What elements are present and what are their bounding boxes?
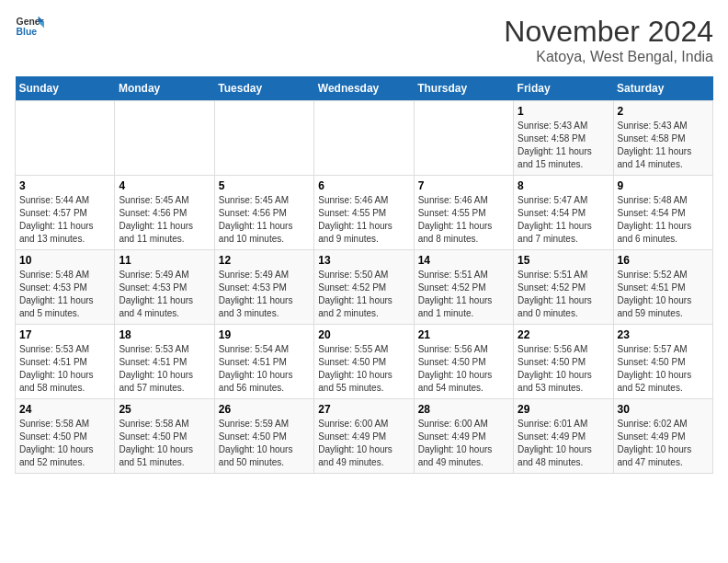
day-info: Sunrise: 5:58 AMSunset: 4:50 PMDaylight:… — [19, 418, 110, 469]
day-number: 29 — [518, 403, 609, 416]
day-info: Sunrise: 5:46 AMSunset: 4:55 PMDaylight:… — [318, 194, 409, 246]
day-number: 18 — [119, 328, 210, 341]
day-number: 6 — [318, 179, 409, 192]
calendar-cell — [414, 101, 513, 176]
calendar-cell — [214, 101, 313, 176]
calendar-cell — [314, 101, 414, 176]
calendar-cell: 9Sunrise: 5:48 AMSunset: 4:54 PMDaylight… — [613, 176, 712, 250]
day-info: Sunrise: 5:47 AMSunset: 4:54 PMDaylight:… — [518, 194, 609, 246]
calendar-cell — [115, 101, 214, 176]
day-info: Sunrise: 5:49 AMSunset: 4:53 PMDaylight:… — [119, 269, 210, 320]
day-info: Sunrise: 5:43 AMSunset: 4:58 PMDaylight:… — [618, 120, 709, 171]
calendar-cell: 5Sunrise: 5:45 AMSunset: 4:56 PMDaylight… — [214, 176, 313, 250]
calendar-table: Sunday Monday Tuesday Wednesday Thursday… — [15, 76, 713, 474]
calendar-cell — [16, 101, 115, 176]
calendar-cell: 28Sunrise: 6:00 AMSunset: 4:49 PMDayligh… — [414, 399, 513, 474]
day-number: 13 — [318, 254, 409, 267]
header-sunday: Sunday — [16, 76, 115, 101]
day-info: Sunrise: 5:49 AMSunset: 4:53 PMDaylight:… — [219, 269, 310, 320]
calendar-cell: 24Sunrise: 5:58 AMSunset: 4:50 PMDayligh… — [16, 399, 115, 474]
day-info: Sunrise: 5:52 AMSunset: 4:51 PMDaylight:… — [618, 269, 709, 320]
weekday-header-row: Sunday Monday Tuesday Wednesday Thursday… — [16, 76, 713, 101]
calendar-cell: 7Sunrise: 5:46 AMSunset: 4:55 PMDaylight… — [414, 176, 513, 250]
calendar-week-row: 17Sunrise: 5:53 AMSunset: 4:51 PMDayligh… — [16, 325, 713, 399]
day-info: Sunrise: 5:56 AMSunset: 4:50 PMDaylight:… — [418, 343, 509, 395]
day-info: Sunrise: 5:45 AMSunset: 4:56 PMDaylight:… — [119, 194, 210, 246]
header-saturday: Saturday — [613, 76, 712, 101]
day-info: Sunrise: 5:46 AMSunset: 4:55 PMDaylight:… — [418, 194, 509, 246]
calendar-cell: 25Sunrise: 5:58 AMSunset: 4:50 PMDayligh… — [115, 399, 214, 474]
calendar-cell: 18Sunrise: 5:53 AMSunset: 4:51 PMDayligh… — [115, 325, 214, 399]
location: Katoya, West Bengal, India — [504, 49, 713, 65]
day-number: 17 — [19, 328, 110, 341]
page-header: General Blue November 2024 Katoya, West … — [15, 15, 713, 65]
day-number: 14 — [418, 254, 509, 267]
day-number: 28 — [418, 403, 509, 416]
day-info: Sunrise: 5:57 AMSunset: 4:50 PMDaylight:… — [618, 343, 709, 395]
day-info: Sunrise: 5:51 AMSunset: 4:52 PMDaylight:… — [518, 269, 609, 320]
day-number: 3 — [19, 179, 110, 192]
day-info: Sunrise: 5:51 AMSunset: 4:52 PMDaylight:… — [418, 269, 509, 320]
day-info: Sunrise: 5:59 AMSunset: 4:50 PMDaylight:… — [219, 418, 310, 469]
logo: General Blue — [15, 15, 44, 40]
month-title: November 2024 — [504, 15, 713, 49]
day-number: 5 — [219, 179, 310, 192]
day-number: 22 — [518, 328, 609, 341]
calendar-cell: 8Sunrise: 5:47 AMSunset: 4:54 PMDaylight… — [514, 176, 613, 250]
header-wednesday: Wednesday — [314, 76, 414, 101]
day-info: Sunrise: 5:55 AMSunset: 4:50 PMDaylight:… — [318, 343, 409, 395]
day-number: 8 — [518, 179, 609, 192]
day-info: Sunrise: 6:01 AMSunset: 4:49 PMDaylight:… — [518, 418, 609, 469]
day-number: 7 — [418, 179, 509, 192]
calendar-cell: 2Sunrise: 5:43 AMSunset: 4:58 PMDaylight… — [613, 101, 712, 176]
calendar-week-row: 24Sunrise: 5:58 AMSunset: 4:50 PMDayligh… — [16, 399, 713, 474]
day-info: Sunrise: 5:48 AMSunset: 4:53 PMDaylight:… — [19, 269, 110, 320]
calendar-cell: 15Sunrise: 5:51 AMSunset: 4:52 PMDayligh… — [514, 250, 613, 325]
day-number: 19 — [219, 328, 310, 341]
day-info: Sunrise: 5:48 AMSunset: 4:54 PMDaylight:… — [618, 194, 709, 246]
day-info: Sunrise: 6:00 AMSunset: 4:49 PMDaylight:… — [418, 418, 509, 469]
calendar-cell: 20Sunrise: 5:55 AMSunset: 4:50 PMDayligh… — [314, 325, 414, 399]
day-info: Sunrise: 5:54 AMSunset: 4:51 PMDaylight:… — [219, 343, 310, 395]
calendar-body: 1Sunrise: 5:43 AMSunset: 4:58 PMDaylight… — [16, 101, 713, 474]
day-number: 25 — [119, 403, 210, 416]
day-info: Sunrise: 6:02 AMSunset: 4:49 PMDaylight:… — [618, 418, 709, 469]
day-info: Sunrise: 5:58 AMSunset: 4:50 PMDaylight:… — [119, 418, 210, 469]
day-number: 4 — [119, 179, 210, 192]
calendar-cell: 21Sunrise: 5:56 AMSunset: 4:50 PMDayligh… — [414, 325, 513, 399]
day-number: 21 — [418, 328, 509, 341]
day-number: 20 — [318, 328, 409, 341]
calendar-cell: 13Sunrise: 5:50 AMSunset: 4:52 PMDayligh… — [314, 250, 414, 325]
calendar-cell: 16Sunrise: 5:52 AMSunset: 4:51 PMDayligh… — [613, 250, 712, 325]
calendar-cell: 27Sunrise: 6:00 AMSunset: 4:49 PMDayligh… — [314, 399, 414, 474]
day-number: 10 — [19, 254, 110, 267]
calendar-cell: 14Sunrise: 5:51 AMSunset: 4:52 PMDayligh… — [414, 250, 513, 325]
day-info: Sunrise: 5:44 AMSunset: 4:57 PMDaylight:… — [19, 194, 110, 246]
calendar-cell: 11Sunrise: 5:49 AMSunset: 4:53 PMDayligh… — [115, 250, 214, 325]
calendar-cell: 19Sunrise: 5:54 AMSunset: 4:51 PMDayligh… — [214, 325, 313, 399]
calendar-cell: 4Sunrise: 5:45 AMSunset: 4:56 PMDaylight… — [115, 176, 214, 250]
calendar-cell: 30Sunrise: 6:02 AMSunset: 4:49 PMDayligh… — [613, 399, 712, 474]
calendar-cell: 1Sunrise: 5:43 AMSunset: 4:58 PMDaylight… — [514, 101, 613, 176]
day-number: 24 — [19, 403, 110, 416]
header-thursday: Thursday — [414, 76, 513, 101]
calendar-cell: 12Sunrise: 5:49 AMSunset: 4:53 PMDayligh… — [214, 250, 313, 325]
header-monday: Monday — [115, 76, 214, 101]
day-number: 16 — [618, 254, 709, 267]
header-tuesday: Tuesday — [214, 76, 313, 101]
day-info: Sunrise: 6:00 AMSunset: 4:49 PMDaylight:… — [318, 418, 409, 469]
calendar-cell: 29Sunrise: 6:01 AMSunset: 4:49 PMDayligh… — [514, 399, 613, 474]
day-number: 27 — [318, 403, 409, 416]
day-info: Sunrise: 5:45 AMSunset: 4:56 PMDaylight:… — [219, 194, 310, 246]
day-number: 12 — [219, 254, 310, 267]
day-number: 15 — [518, 254, 609, 267]
day-info: Sunrise: 5:50 AMSunset: 4:52 PMDaylight:… — [318, 269, 409, 320]
day-info: Sunrise: 5:56 AMSunset: 4:50 PMDaylight:… — [518, 343, 609, 395]
calendar-cell: 6Sunrise: 5:46 AMSunset: 4:55 PMDaylight… — [314, 176, 414, 250]
day-number: 11 — [119, 254, 210, 267]
day-number: 9 — [618, 179, 709, 192]
svg-text:Blue: Blue — [17, 27, 38, 37]
header-friday: Friday — [514, 76, 613, 101]
calendar-week-row: 1Sunrise: 5:43 AMSunset: 4:58 PMDaylight… — [16, 101, 713, 176]
day-info: Sunrise: 5:53 AMSunset: 4:51 PMDaylight:… — [119, 343, 210, 395]
